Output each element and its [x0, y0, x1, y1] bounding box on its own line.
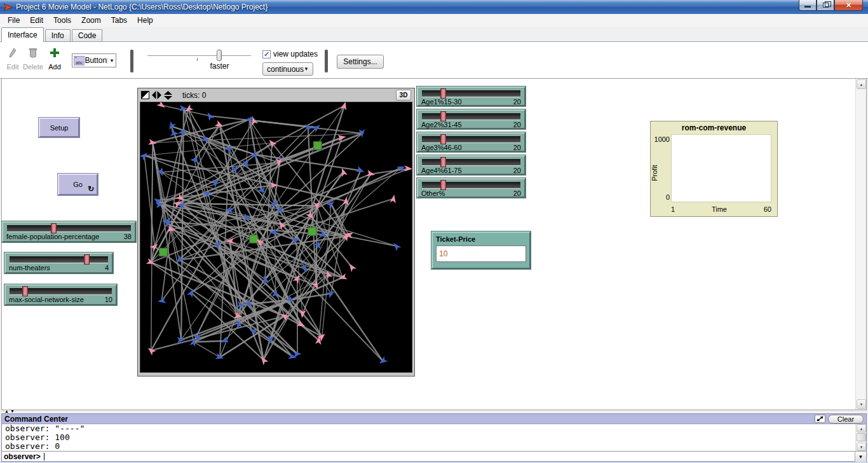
widget-type-chooser[interactable]: abc Button ▼: [72, 53, 116, 67]
restore-button[interactable]: [817, 0, 834, 11]
slider-label: num-theaters: [9, 264, 50, 272]
slider-thumb[interactable]: [440, 180, 446, 190]
main-vertical-scrollbar[interactable]: ▲ ▼: [855, 79, 866, 410]
go-button[interactable]: Go ↻: [58, 174, 98, 195]
slider-thumb[interactable]: [440, 111, 446, 121]
slider-track[interactable]: [422, 159, 520, 166]
tab-code[interactable]: Code: [72, 29, 103, 41]
scroll-down-button[interactable]: ▼: [857, 443, 866, 451]
slider-value: 20: [513, 98, 521, 106]
menu-help[interactable]: Help: [132, 15, 158, 26]
minimize-icon: [804, 6, 811, 8]
add-tool[interactable]: Add: [42, 47, 67, 71]
speed-slider-thumb[interactable]: [217, 50, 222, 61]
slider-thumb[interactable]: [440, 88, 446, 99]
netlogo-app-icon: [3, 3, 13, 12]
plot-title: rom-com-revenue: [651, 121, 777, 132]
slider-age2-31-45[interactable]: Age2%31-45 20: [417, 109, 526, 129]
command-center-output[interactable]: observer: "----" observer: 100 observer:…: [2, 424, 866, 451]
view-3d-label: 3D: [400, 92, 408, 99]
output-scrollbar[interactable]: ▲ ▼: [855, 424, 866, 451]
menu-tabs[interactable]: Tabs: [106, 15, 132, 26]
slider-track[interactable]: [10, 256, 108, 263]
trash-icon: [29, 47, 37, 59]
update-mode-dropdown[interactable]: continuous ▼: [262, 62, 313, 76]
slider-value: 10: [105, 296, 112, 303]
clear-button[interactable]: Clear: [828, 415, 864, 424]
tab-interface[interactable]: Interface: [1, 27, 44, 42]
command-center-header: Command Center Clear: [2, 414, 866, 424]
slider-max-social-network-size[interactable]: max-social-network-size 10: [4, 284, 117, 305]
slider-track[interactable]: [7, 225, 131, 232]
go-button-label: Go: [73, 181, 83, 188]
view-3d-button[interactable]: 3D: [396, 90, 411, 100]
setup-button-label: Setup: [50, 124, 69, 132]
slider-label: Age2%31-45: [421, 121, 462, 128]
scroll-up-button[interactable]: ▲: [857, 79, 866, 89]
title-bar[interactable]: Project 6 Movie Model - NetLogo {C:\User…: [0, 0, 868, 14]
slider-other-percent[interactable]: Other% 20: [417, 178, 526, 198]
tab-info[interactable]: Info: [45, 29, 71, 41]
plot-ylabel: Profit: [651, 160, 658, 186]
scroll-up-button[interactable]: ▲: [857, 424, 866, 432]
plot-area: [671, 134, 771, 202]
slider-track[interactable]: [422, 182, 520, 189]
slider-thumb[interactable]: [440, 134, 446, 144]
observer-prompt-label: observer>: [2, 452, 43, 461]
slider-thumb[interactable]: [84, 254, 90, 265]
slider-track[interactable]: [422, 113, 520, 120]
minimize-button[interactable]: [799, 0, 817, 11]
slider-age3-46-60[interactable]: Age3%46-60 20: [417, 132, 526, 152]
menu-edit[interactable]: Edit: [25, 15, 48, 26]
speed-slider-tick: [197, 58, 198, 61]
command-center-title: Command Center: [4, 415, 68, 424]
horizontal-arrows-icon[interactable]: [152, 91, 161, 99]
slider-female-population-percentage[interactable]: female-population-percentage 38: [2, 221, 136, 242]
slider-age4-61-75[interactable]: Age4%61-75 20: [417, 155, 526, 175]
view-updates-checkbox[interactable]: ✓: [262, 50, 271, 59]
slider-track[interactable]: [422, 136, 520, 143]
settings-button-label: Settings...: [343, 57, 377, 66]
slider-track[interactable]: [422, 90, 520, 97]
vertical-arrows-icon[interactable]: [164, 91, 172, 100]
setup-button[interactable]: Setup: [39, 118, 79, 137]
world-view-canvas[interactable]: [140, 102, 412, 373]
ticks-counter: ticks: 0: [182, 91, 206, 100]
menu-zoom[interactable]: Zoom: [76, 15, 106, 26]
resize-corner-icon[interactable]: [141, 91, 149, 99]
slider-thumb[interactable]: [440, 157, 446, 167]
slider-track[interactable]: [10, 288, 112, 295]
window-title: Project 6 Movie Model - NetLogo {C:\User…: [16, 3, 268, 11]
world-view: ticks: 0 3D: [137, 88, 415, 377]
ticket-price-field[interactable]: [436, 245, 526, 262]
slider-thumb[interactable]: [51, 223, 57, 233]
slider-num-theaters[interactable]: num-theaters 4: [4, 252, 113, 273]
up-arrow-icon: ▲: [860, 83, 864, 86]
command-prompt-row: observer> ▼: [2, 451, 866, 462]
slider-label: max-social-network-size: [9, 296, 84, 303]
text-caret: [44, 453, 44, 460]
slider-label: female-population-percentage: [6, 233, 99, 240]
slider-label: Other%: [421, 190, 445, 197]
slider-value: 4: [105, 264, 109, 272]
close-button[interactable]: ✕: [834, 0, 863, 11]
slider-age1-15-30[interactable]: Age1%15-30 20: [417, 86, 526, 106]
prompt-context-dropdown[interactable]: ▼: [855, 452, 866, 462]
add-tool-label: Add: [42, 63, 67, 71]
slider-label: Age1%15-30: [421, 98, 462, 106]
splitter-arrows-icon[interactable]: ▲▼: [4, 409, 16, 413]
slider-value: 20: [513, 121, 521, 128]
plus-icon: [50, 47, 60, 59]
menu-file[interactable]: File: [3, 15, 25, 26]
slider-thumb[interactable]: [22, 286, 28, 296]
settings-button[interactable]: Settings...: [337, 55, 384, 69]
up-arrow-icon: ▲: [860, 424, 863, 433]
pencil-icon: [8, 47, 18, 59]
chevron-down-icon: ▼: [304, 66, 309, 72]
scroll-down-button[interactable]: ▼: [857, 399, 866, 409]
menu-tools[interactable]: Tools: [48, 15, 76, 26]
command-center-expand-button[interactable]: [815, 415, 825, 423]
speed-slider[interactable]: [147, 55, 251, 56]
scrollbar-thumb[interactable]: [857, 433, 866, 441]
slider-label: Age3%46-60: [421, 144, 462, 151]
